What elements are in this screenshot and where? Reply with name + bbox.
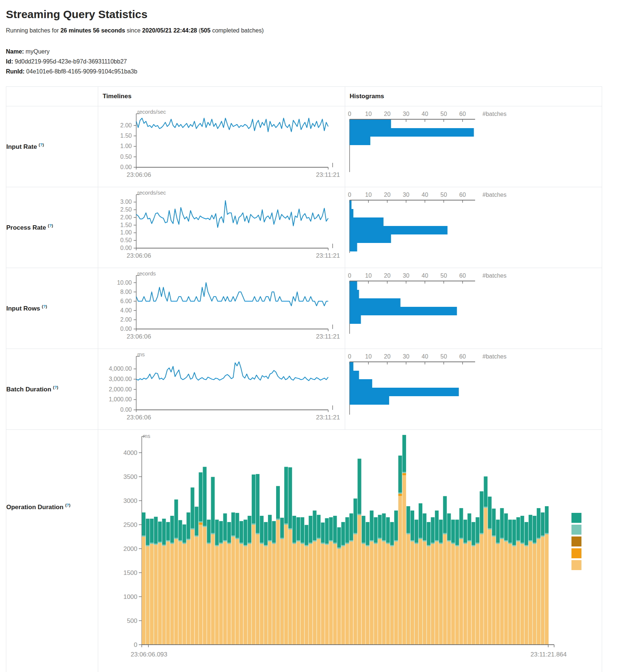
svg-text:50: 50 bbox=[440, 192, 447, 198]
svg-text:0.50: 0.50 bbox=[120, 237, 132, 243]
svg-text:10: 10 bbox=[365, 272, 372, 279]
svg-text:3500: 3500 bbox=[123, 473, 137, 480]
batch-duration-histogram-chart: 0102030405060#batches bbox=[345, 349, 602, 429]
query-runid-label: RunId: bbox=[6, 68, 25, 75]
input-rate-histogram-chart: 0102030405060#batches bbox=[345, 106, 602, 187]
input-rows-label-cell: Input Rows (?) bbox=[6, 268, 98, 349]
query-id-label: Id: bbox=[6, 58, 13, 65]
legend-swatch-2 bbox=[571, 525, 581, 535]
input-rows-histogram-chart: 0102030405060#batches bbox=[345, 268, 602, 349]
svg-text:0: 0 bbox=[348, 353, 351, 360]
statistics-table: Timelines Histograms Input Rate (?) reco… bbox=[6, 86, 602, 672]
svg-text:2.00: 2.00 bbox=[120, 214, 132, 220]
svg-text:0.50: 0.50 bbox=[120, 153, 132, 160]
svg-text:20: 20 bbox=[384, 192, 391, 198]
svg-text:records/sec: records/sec bbox=[137, 189, 166, 196]
header-empty-cell bbox=[6, 86, 98, 106]
svg-text:2.00: 2.00 bbox=[120, 316, 132, 322]
svg-text:4,000.00: 4,000.00 bbox=[109, 366, 132, 372]
svg-text:0: 0 bbox=[134, 641, 137, 648]
running-prefix: Running batches for bbox=[6, 27, 59, 34]
svg-text:0.00: 0.00 bbox=[120, 245, 132, 251]
operation-duration-label-wrap: Operation Duration (?) bbox=[6, 503, 71, 511]
query-id-line: Id: 9d0dd219-995d-423e-b97d-36931110bb27 bbox=[6, 56, 619, 66]
query-name-line: Name: myQuery bbox=[6, 47, 619, 56]
running-duration: 26 minutes 56 seconds bbox=[61, 27, 125, 34]
input-rate-label-cell: Input Rate (?) bbox=[6, 106, 98, 187]
svg-text:#batches: #batches bbox=[483, 111, 506, 117]
svg-text:6.00: 6.00 bbox=[120, 298, 132, 304]
batch-duration-row: Batch Duration (?) ms4,000.003,000.002,0… bbox=[6, 349, 602, 429]
svg-text:3.00: 3.00 bbox=[120, 199, 132, 205]
svg-text:40: 40 bbox=[422, 272, 428, 279]
process-rate-help-icon[interactable]: (?) bbox=[48, 223, 53, 228]
svg-text:23:06:06: 23:06:06 bbox=[127, 333, 151, 340]
svg-text:20: 20 bbox=[384, 353, 391, 360]
svg-text:10: 10 bbox=[365, 192, 372, 198]
svg-text:records/sec: records/sec bbox=[137, 109, 166, 115]
svg-text:40: 40 bbox=[422, 353, 428, 360]
input-rate-timeline-chart: records/sec2.001.501.000.500.0023:06:062… bbox=[98, 106, 345, 187]
query-runid-line: RunId: 04e101e6-8bf8-4165-9099-9104c951b… bbox=[6, 66, 619, 76]
svg-text:#batches: #batches bbox=[483, 192, 506, 198]
svg-text:10.00: 10.00 bbox=[117, 279, 132, 285]
svg-text:0.00: 0.00 bbox=[120, 164, 132, 170]
since-word: since bbox=[127, 27, 140, 34]
input-rate-row: Input Rate (?) records/sec2.001.501.000.… bbox=[6, 106, 602, 187]
batch-duration-help-icon[interactable]: (?) bbox=[53, 385, 58, 390]
query-runid-value: 04e101e6-8bf8-4165-9099-9104c951ba3b bbox=[26, 68, 137, 75]
svg-text:4000: 4000 bbox=[123, 449, 137, 456]
svg-text:23:06:06.093: 23:06:06.093 bbox=[131, 651, 167, 658]
streaming-query-statistics-page: Streaming Query Statistics Running batch… bbox=[0, 0, 625, 672]
svg-text:23:11:21.864: 23:11:21.864 bbox=[530, 651, 567, 658]
query-meta: Name: myQuery Id: 9d0dd219-995d-423e-b97… bbox=[6, 47, 619, 77]
svg-text:0: 0 bbox=[348, 111, 351, 117]
svg-text:10: 10 bbox=[365, 111, 372, 117]
batch-duration-label-cell: Batch Duration (?) bbox=[6, 349, 98, 429]
running-summary: Running batches for 26 minutes 56 second… bbox=[6, 27, 619, 34]
batch-duration-timeline-chart: ms4,000.003,000.002,000.001,000.000.0023… bbox=[98, 349, 345, 429]
input-rows-row: Input Rows (?) records10.008.006.004.002… bbox=[6, 268, 602, 349]
svg-text:30: 30 bbox=[403, 192, 409, 198]
svg-text:23:11:21: 23:11:21 bbox=[316, 333, 340, 340]
operation-duration-label-cell: Operation Duration (?) bbox=[6, 429, 98, 672]
svg-text:ms: ms bbox=[143, 433, 150, 439]
svg-text:1500: 1500 bbox=[123, 569, 137, 576]
svg-text:2,000.00: 2,000.00 bbox=[109, 386, 132, 392]
completed-batches-count: 505 bbox=[200, 27, 210, 34]
input-rows-help-icon[interactable]: (?) bbox=[42, 304, 47, 309]
svg-text:23:06:06: 23:06:06 bbox=[127, 252, 151, 259]
svg-text:1.00: 1.00 bbox=[120, 229, 132, 236]
operation-duration-help-icon[interactable]: (?) bbox=[65, 503, 71, 507]
process-rate-label: Process Rate bbox=[6, 224, 46, 231]
svg-text:50: 50 bbox=[440, 353, 447, 360]
svg-text:40: 40 bbox=[422, 192, 428, 198]
svg-text:2500: 2500 bbox=[123, 521, 137, 528]
operation-duration-chart: ms4000350030002500200015001000500023:06:… bbox=[98, 429, 602, 672]
svg-text:3,000.00: 3,000.00 bbox=[109, 376, 132, 382]
header-histograms: Histograms bbox=[345, 86, 602, 106]
input-rate-label: Input Rate bbox=[6, 143, 37, 150]
process-rate-row: Process Rate (?) records/sec3.002.502.00… bbox=[6, 187, 602, 268]
input-rate-help-icon[interactable]: (?) bbox=[39, 143, 44, 147]
batch-duration-label: Batch Duration bbox=[6, 385, 51, 392]
svg-text:1.50: 1.50 bbox=[120, 222, 132, 228]
query-id-value: 9d0dd219-995d-423e-b97d-36931110bb27 bbox=[15, 58, 127, 65]
svg-text:2000: 2000 bbox=[123, 545, 137, 552]
process-rate-label-cell: Process Rate (?) bbox=[6, 187, 98, 268]
svg-text:50: 50 bbox=[440, 111, 447, 117]
svg-text:23:11:21: 23:11:21 bbox=[316, 252, 340, 259]
svg-text:1000: 1000 bbox=[123, 593, 137, 600]
legend-swatch-1 bbox=[571, 513, 581, 523]
svg-text:23:06:06: 23:06:06 bbox=[127, 171, 151, 178]
svg-text:1.50: 1.50 bbox=[120, 133, 132, 139]
header-timelines: Timelines bbox=[98, 86, 345, 106]
query-name-value: myQuery bbox=[25, 48, 49, 55]
legend-swatch-3 bbox=[571, 536, 581, 546]
svg-text:23:06:06: 23:06:06 bbox=[127, 414, 151, 421]
page-title: Streaming Query Statistics bbox=[6, 8, 619, 21]
svg-text:1.00: 1.00 bbox=[120, 143, 132, 149]
start-time: 2020/05/21 22:44:28 bbox=[142, 27, 197, 34]
svg-text:0.00: 0.00 bbox=[120, 407, 132, 413]
svg-text:60: 60 bbox=[459, 111, 466, 117]
